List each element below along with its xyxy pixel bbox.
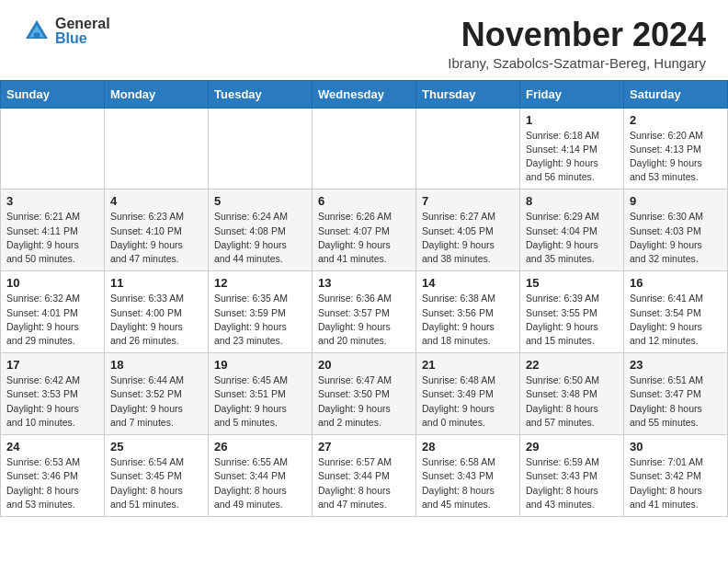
calendar-cell: 4Sunrise: 6:23 AM Sunset: 4:10 PM Daylig…: [105, 190, 209, 271]
calendar-cell: 21Sunrise: 6:48 AM Sunset: 3:49 PM Dayli…: [416, 353, 520, 435]
day-number: 6: [318, 194, 410, 208]
day-info: Sunrise: 6:30 AM Sunset: 4:03 PM Dayligh…: [630, 210, 722, 266]
day-number: 18: [110, 358, 202, 372]
day-number: 7: [422, 194, 514, 208]
location-title: Ibrany, Szabolcs-Szatmar-Bereg, Hungary: [448, 55, 706, 71]
day-number: 4: [110, 194, 202, 208]
logo-icon: [22, 17, 51, 46]
day-info: Sunrise: 6:53 AM Sunset: 3:46 PM Dayligh…: [6, 455, 98, 511]
day-info: Sunrise: 6:27 AM Sunset: 4:05 PM Dayligh…: [422, 210, 514, 266]
calendar-week-row: 1Sunrise: 6:18 AM Sunset: 4:14 PM Daylig…: [1, 108, 728, 190]
day-number: 25: [110, 440, 202, 454]
title-block: November 2024 Ibrany, Szabolcs-Szatmar-B…: [448, 17, 706, 71]
day-number: 11: [110, 276, 202, 290]
weekday-header-thursday: Thursday: [416, 80, 520, 108]
day-info: Sunrise: 6:41 AM Sunset: 3:54 PM Dayligh…: [630, 292, 722, 348]
calendar-cell: 8Sunrise: 6:29 AM Sunset: 4:04 PM Daylig…: [520, 190, 624, 271]
calendar-week-row: 3Sunrise: 6:21 AM Sunset: 4:11 PM Daylig…: [1, 190, 728, 271]
day-info: Sunrise: 6:24 AM Sunset: 4:08 PM Dayligh…: [214, 210, 306, 266]
day-info: Sunrise: 6:33 AM Sunset: 4:00 PM Dayligh…: [110, 292, 202, 348]
day-number: 20: [318, 358, 410, 372]
day-info: Sunrise: 6:26 AM Sunset: 4:07 PM Dayligh…: [318, 210, 410, 266]
calendar-cell: [105, 108, 209, 190]
day-number: 17: [6, 358, 98, 372]
weekday-header-friday: Friday: [520, 80, 624, 108]
day-info: Sunrise: 6:55 AM Sunset: 3:44 PM Dayligh…: [214, 455, 306, 511]
day-info: Sunrise: 6:57 AM Sunset: 3:44 PM Dayligh…: [318, 455, 410, 511]
day-info: Sunrise: 6:58 AM Sunset: 3:43 PM Dayligh…: [422, 455, 514, 511]
day-number: 22: [526, 358, 618, 372]
calendar-cell: 20Sunrise: 6:47 AM Sunset: 3:50 PM Dayli…: [313, 353, 416, 435]
day-number: 5: [214, 194, 306, 208]
weekday-header-monday: Monday: [105, 80, 209, 108]
calendar-week-row: 10Sunrise: 6:32 AM Sunset: 4:01 PM Dayli…: [1, 271, 728, 353]
calendar-cell: 7Sunrise: 6:27 AM Sunset: 4:05 PM Daylig…: [416, 190, 520, 271]
day-info: Sunrise: 6:21 AM Sunset: 4:11 PM Dayligh…: [6, 210, 98, 266]
calendar-cell: 15Sunrise: 6:39 AM Sunset: 3:55 PM Dayli…: [520, 271, 624, 353]
day-number: 8: [526, 194, 618, 208]
day-number: 13: [318, 276, 410, 290]
page-header: General Blue November 2024 Ibrany, Szabo…: [0, 0, 728, 80]
calendar-cell: 3Sunrise: 6:21 AM Sunset: 4:11 PM Daylig…: [1, 190, 105, 271]
logo-text: General Blue: [55, 17, 110, 46]
day-info: Sunrise: 6:44 AM Sunset: 3:52 PM Dayligh…: [110, 373, 202, 430]
weekday-header-tuesday: Tuesday: [209, 80, 313, 108]
day-info: Sunrise: 6:42 AM Sunset: 3:53 PM Dayligh…: [6, 373, 98, 430]
calendar-cell: 22Sunrise: 6:50 AM Sunset: 3:48 PM Dayli…: [520, 353, 624, 435]
day-info: Sunrise: 6:50 AM Sunset: 3:48 PM Dayligh…: [526, 373, 618, 430]
calendar-body: 1Sunrise: 6:18 AM Sunset: 4:14 PM Daylig…: [1, 108, 728, 516]
day-info: Sunrise: 6:47 AM Sunset: 3:50 PM Dayligh…: [318, 373, 410, 430]
calendar-week-row: 17Sunrise: 6:42 AM Sunset: 3:53 PM Dayli…: [1, 353, 728, 435]
logo-blue-text: Blue: [55, 31, 110, 46]
calendar-cell: 25Sunrise: 6:54 AM Sunset: 3:45 PM Dayli…: [105, 435, 209, 517]
calendar-cell: 17Sunrise: 6:42 AM Sunset: 3:53 PM Dayli…: [1, 353, 105, 435]
day-info: Sunrise: 6:38 AM Sunset: 3:56 PM Dayligh…: [422, 292, 514, 348]
logo-general-text: General: [55, 17, 110, 31]
calendar-cell: 11Sunrise: 6:33 AM Sunset: 4:00 PM Dayli…: [105, 271, 209, 353]
calendar-cell: 2Sunrise: 6:20 AM Sunset: 4:13 PM Daylig…: [624, 108, 728, 190]
weekday-header-sunday: Sunday: [1, 80, 105, 108]
calendar-cell: 24Sunrise: 6:53 AM Sunset: 3:46 PM Dayli…: [1, 435, 105, 517]
calendar-cell: 23Sunrise: 6:51 AM Sunset: 3:47 PM Dayli…: [624, 353, 728, 435]
day-info: Sunrise: 6:32 AM Sunset: 4:01 PM Dayligh…: [6, 292, 98, 348]
day-number: 23: [630, 358, 722, 372]
day-info: Sunrise: 6:54 AM Sunset: 3:45 PM Dayligh…: [110, 455, 202, 511]
calendar-cell: 9Sunrise: 6:30 AM Sunset: 4:03 PM Daylig…: [624, 190, 728, 271]
day-number: 27: [318, 440, 410, 454]
weekday-header-saturday: Saturday: [624, 80, 728, 108]
day-number: 26: [214, 440, 306, 454]
weekday-header-wednesday: Wednesday: [313, 80, 416, 108]
calendar-cell: [1, 108, 105, 190]
calendar-header: SundayMondayTuesdayWednesdayThursdayFrid…: [1, 80, 728, 108]
day-number: 28: [422, 440, 514, 454]
day-number: 2: [630, 113, 722, 127]
day-number: 16: [630, 276, 722, 290]
day-info: Sunrise: 6:51 AM Sunset: 3:47 PM Dayligh…: [630, 373, 722, 430]
day-info: Sunrise: 6:23 AM Sunset: 4:10 PM Dayligh…: [110, 210, 202, 266]
calendar-cell: 30Sunrise: 7:01 AM Sunset: 3:42 PM Dayli…: [624, 435, 728, 517]
day-number: 10: [6, 276, 98, 290]
calendar-cell: 14Sunrise: 6:38 AM Sunset: 3:56 PM Dayli…: [416, 271, 520, 353]
day-number: 14: [422, 276, 514, 290]
day-number: 9: [630, 194, 722, 208]
calendar-cell: 28Sunrise: 6:58 AM Sunset: 3:43 PM Dayli…: [416, 435, 520, 517]
day-number: 29: [526, 440, 618, 454]
calendar-cell: 13Sunrise: 6:36 AM Sunset: 3:57 PM Dayli…: [313, 271, 416, 353]
calendar-table: SundayMondayTuesdayWednesdayThursdayFrid…: [0, 80, 728, 517]
svg-rect-2: [34, 33, 40, 39]
day-info: Sunrise: 6:18 AM Sunset: 4:14 PM Dayligh…: [526, 129, 618, 185]
weekday-header-row: SundayMondayTuesdayWednesdayThursdayFrid…: [1, 80, 728, 108]
calendar-cell: 18Sunrise: 6:44 AM Sunset: 3:52 PM Dayli…: [105, 353, 209, 435]
calendar-cell: 1Sunrise: 6:18 AM Sunset: 4:14 PM Daylig…: [520, 108, 624, 190]
day-number: 30: [630, 440, 722, 454]
day-info: Sunrise: 6:20 AM Sunset: 4:13 PM Dayligh…: [630, 129, 722, 185]
day-info: Sunrise: 6:45 AM Sunset: 3:51 PM Dayligh…: [214, 373, 306, 430]
calendar-cell: 5Sunrise: 6:24 AM Sunset: 4:08 PM Daylig…: [209, 190, 313, 271]
calendar-cell: [209, 108, 313, 190]
day-number: 15: [526, 276, 618, 290]
day-number: 19: [214, 358, 306, 372]
calendar-cell: 27Sunrise: 6:57 AM Sunset: 3:44 PM Dayli…: [313, 435, 416, 517]
day-number: 1: [526, 113, 618, 127]
calendar-cell: 19Sunrise: 6:45 AM Sunset: 3:51 PM Dayli…: [209, 353, 313, 435]
logo: General Blue: [22, 17, 110, 46]
